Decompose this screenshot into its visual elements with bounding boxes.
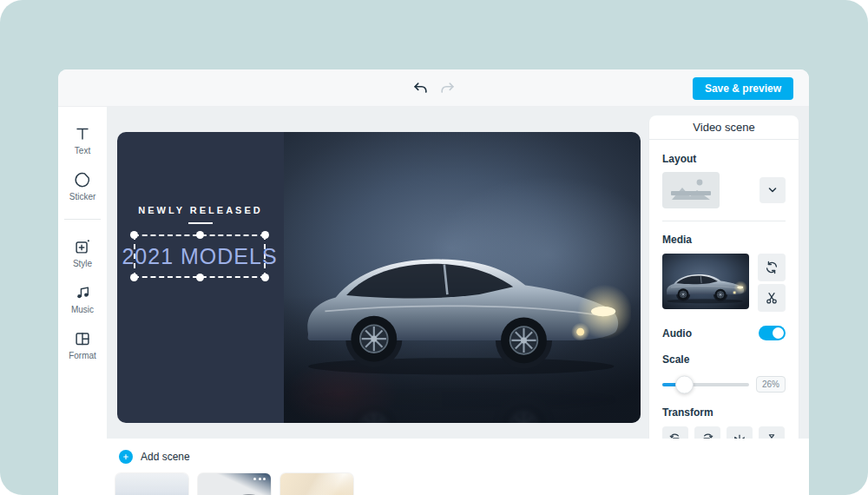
style-icon bbox=[73, 237, 92, 256]
sidebar-item-format[interactable]: Format bbox=[69, 329, 96, 360]
scale-slider[interactable] bbox=[662, 383, 749, 386]
sidebar-item-music[interactable]: Music bbox=[71, 283, 94, 314]
sticker-icon bbox=[73, 170, 92, 189]
sidebar-item-label: Text bbox=[75, 146, 90, 155]
selection-handle[interactable] bbox=[261, 231, 269, 239]
scene-thumbnail-2[interactable] bbox=[198, 473, 271, 495]
workzone: NEWLY RELEASED 2021 MODELS bbox=[107, 107, 809, 495]
selection-handle[interactable] bbox=[196, 274, 204, 281]
scene-media-image[interactable] bbox=[284, 132, 641, 423]
editor-window: Save & preview Text Sticker Style bbox=[58, 69, 809, 495]
media-label: Media bbox=[662, 234, 786, 246]
media-thumbnail[interactable] bbox=[662, 254, 749, 309]
scenes-strip: Add scene bbox=[107, 439, 809, 495]
scene-eyebrow-text[interactable]: NEWLY RELEASED bbox=[117, 205, 284, 215]
image-placeholder-icon bbox=[668, 175, 713, 205]
trim-media-button[interactable] bbox=[758, 284, 786, 312]
layout-row bbox=[662, 172, 786, 208]
scale-label: Scale bbox=[662, 353, 786, 366]
sidebar-item-label: Style bbox=[73, 259, 92, 268]
layout-label: Layout bbox=[662, 153, 786, 165]
sidebar-item-style[interactable]: Style bbox=[73, 237, 92, 268]
transform-label: Transform bbox=[662, 406, 786, 419]
add-scene-button[interactable]: Add scene bbox=[119, 450, 190, 464]
sidebar-item-label: Sticker bbox=[69, 192, 96, 201]
scene-thumbnails bbox=[115, 473, 353, 495]
refresh-icon bbox=[764, 260, 779, 275]
add-scene-icon bbox=[119, 450, 133, 464]
scene-thumbnail-3[interactable] bbox=[280, 473, 353, 495]
slider-handle[interactable] bbox=[675, 375, 694, 393]
panel-body: Layout bbox=[649, 153, 799, 452]
selection-handle[interactable] bbox=[130, 231, 138, 239]
media-buttons bbox=[758, 254, 786, 312]
scene-preview[interactable]: NEWLY RELEASED 2021 MODELS bbox=[117, 132, 641, 423]
topbar: Save & preview bbox=[58, 69, 809, 107]
sidebar-item-text[interactable]: Text bbox=[73, 124, 92, 155]
history-controls bbox=[411, 80, 457, 97]
undo-icon[interactable] bbox=[411, 80, 429, 97]
audio-label: Audio bbox=[662, 327, 692, 340]
panel-divider bbox=[662, 221, 786, 221]
format-icon bbox=[73, 329, 92, 348]
text-icon bbox=[73, 124, 92, 143]
sidebar-item-label: Format bbox=[69, 351, 96, 360]
toggle-knob bbox=[773, 327, 784, 339]
sidebar-divider bbox=[64, 219, 101, 220]
car-image bbox=[294, 224, 631, 385]
sidebar-item-label: Music bbox=[71, 305, 94, 314]
redo-icon[interactable] bbox=[439, 80, 457, 97]
media-car-image bbox=[663, 266, 747, 306]
scene-menu-dots-icon[interactable] bbox=[253, 478, 266, 480]
audio-row: Audio bbox=[662, 326, 786, 340]
scene-headline-text[interactable]: 2021 MODELS bbox=[122, 244, 277, 269]
audio-toggle[interactable] bbox=[759, 326, 786, 340]
selection-handle[interactable] bbox=[130, 274, 138, 281]
selection-handle[interactable] bbox=[196, 231, 204, 239]
music-icon bbox=[73, 283, 92, 302]
replace-media-button[interactable] bbox=[758, 254, 786, 281]
add-scene-label: Add scene bbox=[141, 451, 190, 463]
sidebar-item-sticker[interactable]: Sticker bbox=[69, 170, 96, 201]
layout-dropdown-button[interactable] bbox=[760, 177, 786, 203]
scale-slider-row: 26% bbox=[662, 376, 786, 393]
car-reflection bbox=[294, 381, 631, 423]
scene-thumbnail-1[interactable] bbox=[115, 473, 188, 495]
save-preview-button[interactable]: Save & preview bbox=[693, 77, 793, 100]
layout-thumbnail[interactable] bbox=[662, 172, 720, 208]
scale-value-badge: 26% bbox=[756, 376, 786, 393]
text-selection-box[interactable]: 2021 MODELS bbox=[134, 234, 266, 278]
chevron-down-icon bbox=[766, 183, 779, 197]
media-row bbox=[662, 254, 786, 312]
scene-divider-line bbox=[188, 222, 213, 224]
tool-sidebar: Text Sticker Style Music bbox=[58, 107, 107, 495]
scene-text-panel: NEWLY RELEASED 2021 MODELS bbox=[117, 132, 284, 423]
panel-title: Video scene bbox=[649, 116, 799, 140]
selection-handle[interactable] bbox=[261, 274, 269, 281]
scissors-icon bbox=[764, 290, 779, 306]
